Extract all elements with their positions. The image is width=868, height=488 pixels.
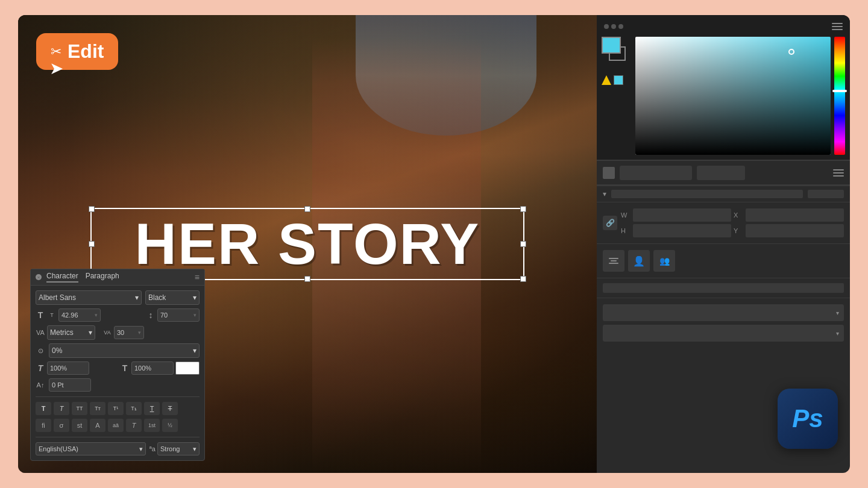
font-size-value: 42.96 [61,311,78,319]
antialiasing-group: ªa Strong ▾ [149,442,200,455]
language-select[interactable]: English(USA) ▾ [36,442,146,455]
style-allcaps[interactable]: TT [72,402,87,415]
h-scale-icon: T [36,363,45,373]
foreground-color-swatch[interactable] [602,37,621,54]
ot-ordinals[interactable]: aā [108,419,124,432]
color-panel-menu[interactable] [832,21,843,32]
font-style-value: Black [148,293,166,302]
edit-badge[interactable]: ✂ Edit [36,33,118,70]
character-panel: × Character Paragraph ≡ Albert Sans ▾ Bl… [30,269,205,461]
panel-menu-icon[interactable]: ≡ [195,272,200,282]
main-container: ✂ Edit ➤ HER STORY × Character Paragraph [18,15,850,473]
kerning-stepper[interactable]: ▾ [138,330,141,336]
menu-line-a [833,169,844,170]
x-input[interactable] [746,208,844,222]
scissors-icon: ✂ [51,44,61,60]
properties-bar [597,161,850,185]
style-bold[interactable]: T [36,402,51,415]
ot-fractions[interactable]: ½ [162,419,178,432]
dropdown-1[interactable]: ▾ [603,304,844,321]
ot-fractions-alt[interactable]: T [126,419,142,432]
panel-close-button[interactable]: × [36,274,42,280]
transform-wh-fields: W X H Y [621,208,844,237]
ot-swash[interactable]: st [72,419,87,432]
style-underline[interactable]: T [144,402,160,415]
v-scale-input[interactable]: 100% [131,361,174,375]
dot-1 [604,24,609,29]
align-left-button[interactable] [603,250,624,272]
gradient-picker-handle[interactable] [788,49,794,55]
handle-top-right[interactable] [520,206,526,212]
style-subscript[interactable]: T₁ [126,402,142,415]
v-scale-value: 100% [134,364,151,372]
properties-field-1[interactable] [620,166,692,180]
baseline-input[interactable]: 0 Pt [49,378,91,392]
link-icon[interactable]: 🔗 [603,216,617,230]
handle-top-middle[interactable] [304,206,310,212]
font-size-input[interactable]: 42.96 ▾ [58,308,101,322]
transform-header: 🔗 W X H Y [603,208,844,237]
properties-menu[interactable] [833,167,844,178]
h-scale-value: 100% [50,364,67,372]
y-input[interactable] [746,224,844,237]
warning-icon [602,75,611,85]
leading-value: 70 [160,311,168,319]
spectrum-bar[interactable] [834,37,845,155]
properties-field-2[interactable] [697,166,745,180]
antialiasing-arrow: ▾ [193,445,197,453]
color-swatch[interactable] [175,361,200,375]
handle-middle-right[interactable] [520,241,526,247]
language-row: English(USA) ▾ ªa Strong ▾ [36,442,200,455]
style-superscript[interactable]: T¹ [108,402,124,415]
font-size-group: T T 42.96 ▾ [36,308,101,322]
width-group: W [621,208,731,222]
align-person-button[interactable]: 👤 [628,250,650,272]
dot-3 [618,24,623,29]
ot-ligature[interactable]: fi [36,419,51,432]
font-style-select[interactable]: Black ▾ [145,290,200,305]
handle-top-left[interactable] [89,206,95,212]
handle-middle-left[interactable] [89,241,95,247]
font-size-stepper[interactable]: ▾ [95,312,98,318]
scale-select[interactable]: 0% ▾ [49,343,200,358]
width-input[interactable] [633,208,731,222]
ot-discretionary[interactable]: σ [54,419,69,432]
gradient-picker[interactable] [635,37,831,155]
baseline-row: A↑ 0 Pt [36,378,200,392]
character-panel-body: Albert Sans ▾ Black ▾ T T 42.96 [31,286,204,460]
h-scale-group: T 100% [36,361,89,375]
transform-section: 🔗 W X H Y [597,202,850,244]
leading-input[interactable]: 70 ▾ [157,308,200,322]
height-input[interactable] [633,224,731,237]
antialiasing-select[interactable]: Strong ▾ [157,442,200,455]
spectrum-handle[interactable] [832,90,847,92]
handle-bottom-middle[interactable] [304,276,310,282]
properties-icon [603,167,615,179]
dropdown-2[interactable]: ▾ [603,325,844,342]
scale-arrow: ▾ [193,346,197,355]
kerning-input[interactable]: 30 ▾ [114,326,144,339]
handle-bottom-right[interactable] [520,276,526,282]
leading-stepper[interactable]: ▾ [193,312,197,318]
font-family-row: Albert Sans ▾ Black ▾ [36,290,200,305]
ot-oldstyle[interactable]: A [90,419,105,432]
layer-type-bar [808,190,844,198]
aa-label: ªa [149,445,156,452]
h-scale-input[interactable]: 100% [47,361,89,375]
font-family-select[interactable]: Albert Sans ▾ [36,290,142,305]
align-person2-button[interactable]: 👥 [653,250,675,272]
dropdown-2-arrow: ▾ [836,330,839,337]
character-panel-tabs: Character Paragraph [46,272,190,283]
font-style-arrow: ▾ [193,293,197,302]
style-smallcaps[interactable]: Tт [90,402,105,415]
expand-arrow[interactable]: ▾ [603,190,606,198]
scale-row: ⊙ 0% ▾ [36,343,200,358]
style-strikethrough[interactable]: T [162,402,178,415]
style-italic[interactable]: T [54,402,69,415]
height-group: H [621,224,731,237]
ot-ordinal[interactable]: 1st [144,419,160,432]
tab-paragraph[interactable]: Paragraph [86,272,119,283]
tab-character[interactable]: Character [46,272,78,283]
tracking-select[interactable]: Metrics ▾ [47,325,95,340]
baseline-icon: A↑ [36,381,45,389]
